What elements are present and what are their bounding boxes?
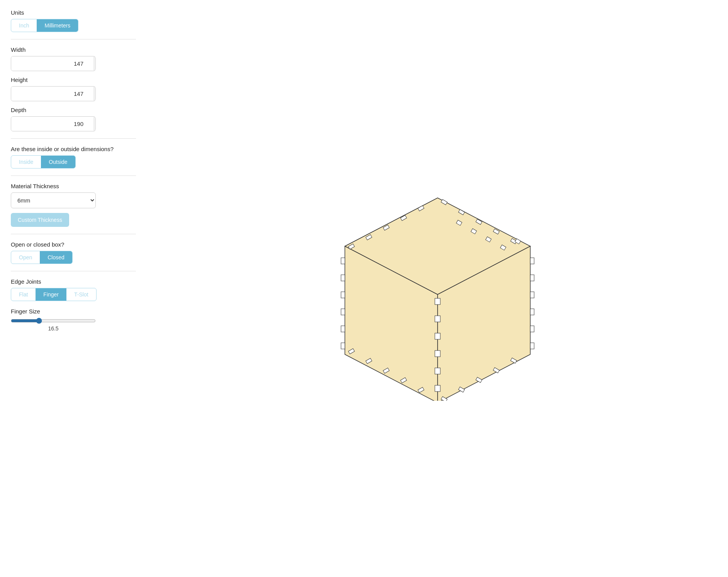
box-type-label: Open or closed box? <box>11 241 136 248</box>
left-panel: Units Inch Millimeters Width mm Height m… <box>0 0 147 577</box>
finger-size-label: Finger Size <box>11 308 136 315</box>
divider-5 <box>11 271 136 271</box>
height-label: Height <box>11 77 136 83</box>
outside-button[interactable]: Outside <box>41 156 75 168</box>
finger-button[interactable]: Finger <box>36 288 66 301</box>
inside-button[interactable]: Inside <box>11 156 41 168</box>
depth-input[interactable] <box>11 117 94 131</box>
svg-rect-43 <box>435 351 440 357</box>
depth-unit: mm <box>94 117 96 131</box>
divider-4 <box>11 234 136 234</box>
open-button[interactable]: Open <box>11 251 40 264</box>
finger-size-container: 16.5 <box>11 318 96 332</box>
svg-rect-18 <box>341 258 345 264</box>
svg-rect-45 <box>435 385 440 391</box>
svg-rect-25 <box>530 275 534 281</box>
svg-rect-28 <box>530 326 534 332</box>
divider-1 <box>11 39 136 39</box>
svg-rect-44 <box>435 368 440 374</box>
height-input[interactable] <box>11 87 94 101</box>
svg-rect-26 <box>530 292 534 298</box>
closed-button[interactable]: Closed <box>40 251 72 264</box>
height-input-group: mm <box>11 86 96 101</box>
svg-rect-27 <box>530 309 534 315</box>
right-panel: .box-fill { fill: #f5e6b8; } .box-stroke… <box>147 0 728 577</box>
units-toggle: Inch Millimeters <box>11 19 78 32</box>
width-unit: mm <box>94 56 96 71</box>
units-mm-button[interactable]: Millimeters <box>37 19 78 32</box>
depth-label: Depth <box>11 107 136 113</box>
material-thickness-select[interactable]: 3mm 6mm 9mm 12mm <box>11 192 96 208</box>
material-thickness-label: Material Thickness <box>11 183 136 189</box>
tslot-button[interactable]: T-Slot <box>66 288 96 301</box>
divider-3 <box>11 175 136 176</box>
svg-rect-24 <box>530 258 534 264</box>
custom-thickness-button[interactable]: Custom Thickness <box>11 213 69 227</box>
width-label: Width <box>11 46 136 53</box>
svg-rect-42 <box>435 333 440 339</box>
units-inch-button[interactable]: Inch <box>11 19 37 32</box>
box-3d-preview: .box-fill { fill: #f5e6b8; } .box-stroke… <box>326 177 550 401</box>
svg-rect-23 <box>341 343 345 349</box>
finger-size-slider[interactable] <box>11 318 96 324</box>
box-type-toggle: Open Closed <box>11 251 73 264</box>
edge-joints-toggle: Flat Finger T-Slot <box>11 288 97 301</box>
edge-joints-label: Edge Joints <box>11 278 136 285</box>
svg-rect-19 <box>341 275 345 281</box>
dimensions-type-toggle: Inside Outside <box>11 155 76 169</box>
width-input[interactable] <box>11 56 94 71</box>
flat-button[interactable]: Flat <box>11 288 36 301</box>
svg-rect-40 <box>435 298 440 305</box>
svg-rect-22 <box>341 326 345 332</box>
svg-rect-20 <box>341 292 345 298</box>
width-input-group: mm <box>11 56 96 71</box>
units-label: Units <box>11 9 136 16</box>
height-unit: mm <box>94 87 96 101</box>
dimensions-type-label: Are these inside or outside dimensions? <box>11 146 136 152</box>
divider-2 <box>11 138 136 139</box>
material-thickness-select-group: 3mm 6mm 9mm 12mm <box>11 192 96 208</box>
finger-size-value: 16.5 <box>11 325 96 332</box>
depth-input-group: mm <box>11 116 96 131</box>
svg-rect-29 <box>530 343 534 349</box>
svg-rect-41 <box>435 316 440 322</box>
svg-rect-21 <box>341 309 345 315</box>
